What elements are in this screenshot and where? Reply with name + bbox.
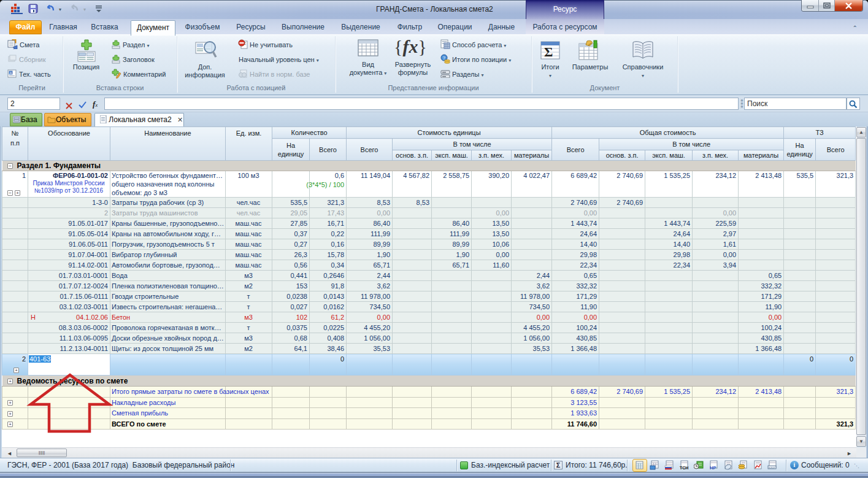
svg-text:Σ: Σ — [544, 44, 553, 60]
svg-text:A: A — [10, 71, 12, 75]
svg-text:НР: НР — [710, 465, 716, 470]
svg-text:ТСН: ТСН — [680, 466, 688, 470]
